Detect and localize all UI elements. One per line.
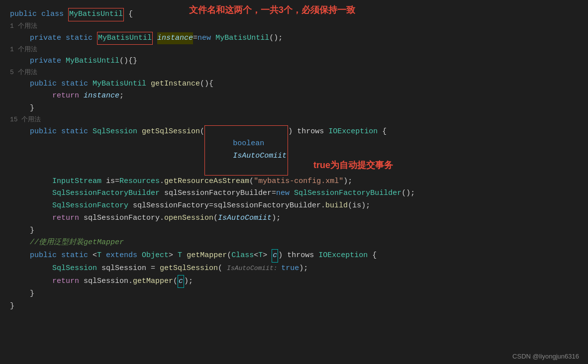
type-T-3: T — [258, 250, 263, 262]
hint-isautocommit: IsAutoComiit: — [227, 263, 281, 273]
parens-2: (){ — [200, 78, 213, 91]
classname-2: MyBatisUntil — [98, 34, 152, 42]
type-class: Class — [231, 250, 254, 262]
code-line-11: public static SqlSession getSqlSession (… — [0, 125, 588, 176]
classname-4: MyBatisUntil — [66, 55, 119, 68]
param-isautocommit: IsAutoComiit — [233, 152, 287, 160]
method-getmapper-2: getMapper — [133, 275, 173, 288]
paren-close-5: ) — [278, 250, 287, 262]
equals-1: = — [193, 32, 197, 45]
code-line-15: return sqlSessionFactory. openSession ( … — [0, 212, 588, 225]
string-mybatis-config: "mybatis-config.xml" — [254, 176, 343, 188]
keyword-static-4: static — [61, 250, 93, 262]
classname-3: MyBatisUntil — [215, 32, 269, 45]
keyword-class: class — [41, 8, 68, 21]
brace-open-1: { — [124, 8, 133, 21]
code-line-12: InputStream is= Resources . getResourceA… — [0, 176, 588, 188]
paren-close-2: ) — [288, 126, 297, 138]
dot-1: . — [160, 176, 164, 188]
param-isautocommit-2: IsAutoComiit — [218, 212, 272, 225]
paren-close-4: ); — [272, 212, 281, 225]
keyword-static-1: static — [66, 32, 97, 45]
usage-label-4: 15 个用法 — [0, 115, 588, 125]
param-c-box: c — [272, 249, 278, 263]
param-instance: instance — [157, 32, 193, 45]
generic-bracket-close: > — [169, 250, 178, 262]
brace-open-2: { — [378, 126, 387, 138]
keyword-true: true — [281, 263, 299, 275]
parens-3: (); — [401, 187, 415, 200]
keyword-return-1: return — [52, 90, 84, 102]
code-line-14: SqlSessionFactory sqlSessionFactory=sqlS… — [0, 200, 588, 212]
brace-close-3: } — [30, 288, 34, 300]
code-line-8: return instance ; — [0, 90, 588, 102]
callout-top: 文件名和这两个，一共3个，必须保持一致 — [189, 4, 355, 16]
keyword-public-2: public — [30, 78, 61, 91]
var-is: is= — [106, 176, 119, 188]
empty-constructor: (){} — [119, 55, 137, 68]
classname-box-1: MyBatisUntil — [68, 8, 124, 21]
parens-1: (); — [269, 32, 283, 45]
method-getsqlsession: getSqlSession — [142, 126, 200, 138]
param-c-2: c — [179, 277, 183, 285]
brace-close-1: } — [30, 102, 34, 115]
keyword-static-3: static — [61, 126, 93, 138]
code-line-22: } — [0, 300, 588, 313]
code-line-17: //使用泛型封装getMapper — [0, 237, 588, 249]
type-T-2: T — [178, 250, 187, 262]
classname-1: MyBatisUntil — [69, 10, 123, 18]
keyword-public-3: public — [30, 126, 61, 138]
usage-label-2: 1 个用法 — [0, 45, 588, 55]
code-line-20: return sqlSession. getMapper ( c ); — [0, 275, 588, 288]
space — [153, 32, 157, 45]
code-line-16: } — [0, 225, 588, 237]
method-opensession: openSession — [164, 212, 213, 225]
keyword-new-2: new — [276, 187, 294, 200]
keyword-static-2: static — [61, 78, 93, 91]
generic-class-T: < — [254, 250, 258, 262]
brace-close-outer: } — [10, 300, 14, 313]
paren-close-7: ); — [184, 275, 193, 288]
var-sqlfactorybuilder: sqlSessionFactoryBuilder= — [164, 187, 276, 200]
method-getresourceasstream: getResourceAsStream — [164, 176, 249, 188]
type-T-1: T — [97, 250, 106, 262]
usage-label-1: 1 个用法 — [0, 21, 588, 32]
paren-close-6: ); — [299, 263, 308, 275]
paren-close-3: ); — [343, 176, 352, 188]
code-line-7: public static MyBatisUntil getInstance (… — [0, 78, 588, 91]
paren-open-5: ( — [227, 250, 231, 262]
keyword-extends: extends — [106, 250, 142, 262]
code-line-18: public static < T extends Object > T get… — [0, 249, 588, 263]
code-line-21: } — [0, 288, 588, 300]
code-container: 文件名和这两个，一共3个，必须保持一致 true为自动提交事务 public c… — [0, 0, 588, 364]
param-c-box-2: c — [178, 275, 184, 288]
var-instance: instance — [84, 90, 119, 102]
generic-bracket-open: < — [93, 250, 97, 262]
param-c: c — [273, 251, 277, 260]
parens-4: (is); — [348, 200, 370, 212]
keyword-boolean: boolean — [233, 139, 269, 148]
comment-getmapper: //使用泛型封装getMapper — [30, 237, 124, 249]
type-ioexception-1: IOException — [328, 126, 378, 138]
method-getsqlsession-2: getSqlSession — [160, 263, 218, 275]
var-sqlfactory: sqlSessionFactory=sqlSessionFactoryBuild… — [133, 200, 325, 212]
paren-open-2: ( — [200, 126, 204, 138]
var-sqlsession: sqlSession = — [101, 263, 160, 275]
paren-open-4: ( — [213, 212, 218, 225]
type-resources: Resources — [119, 176, 160, 188]
keyword-return-3: return — [52, 275, 84, 288]
param-boolean-box: boolean IsAutoComiit — [204, 125, 288, 176]
semicolon-1: ; — [119, 90, 124, 102]
method-build: build — [325, 200, 348, 212]
classname-box-2: MyBatisUntil — [97, 32, 153, 45]
paren-open-6: ( — [218, 263, 227, 275]
brace-close-2: } — [30, 225, 34, 237]
usage-label-3: 5 个用法 — [0, 68, 588, 78]
var-sqlfactory-2: sqlSessionFactory. — [84, 212, 164, 225]
method-getmapper: getMapper — [187, 250, 227, 262]
keyword-throws-1: throws — [297, 126, 328, 138]
type-object: Object — [142, 250, 169, 262]
keyword-private-2: private — [30, 55, 66, 68]
type-inputstream: InputStream — [52, 176, 106, 188]
type-sqlfactorybuilder-1: SqlSessionFactoryBuilder — [52, 187, 164, 200]
